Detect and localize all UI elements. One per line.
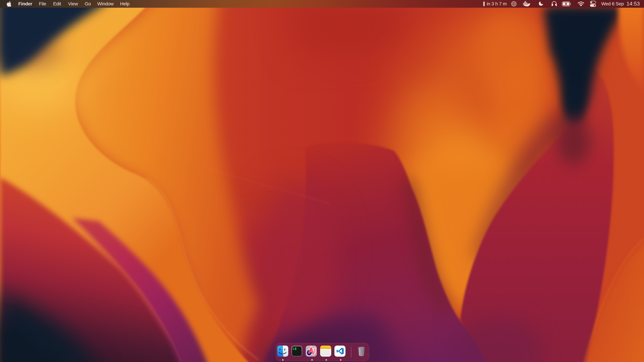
svg-text:$: $ bbox=[293, 348, 294, 351]
